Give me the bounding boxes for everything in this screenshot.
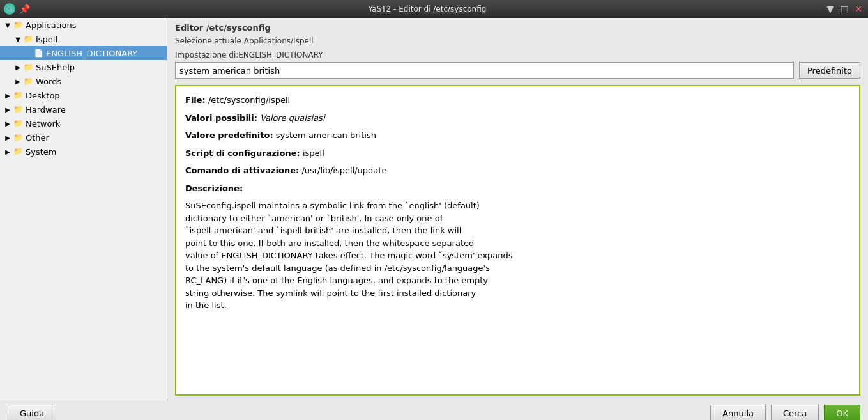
sidebar-item-desktop[interactable]: 📁 Desktop [0, 88, 167, 102]
value-row: Predefinito [175, 62, 860, 79]
arrow-english-dictionary [23, 48, 33, 58]
comando-label: Comando di attivazione: [185, 166, 299, 175]
arrow-network [3, 118, 13, 128]
titlebar-controls: ▼ □ ✕ [825, 3, 864, 15]
file-english-dictionary-icon: 📄 [33, 48, 43, 58]
sidebar-label-applications: Applications [26, 20, 76, 30]
sidebar-label-system: System [26, 147, 56, 157]
sidebar-label-susehelp: SuSEhelp [36, 63, 75, 72]
valori-row: Valori possibili: Valore qualsiasi [185, 112, 850, 125]
selection-label: Selezione attuale Applications/Ispell [175, 36, 860, 45]
descrizione-label: Descrizione: [185, 183, 243, 193]
valore-pred-label: Valore predefinito: [185, 130, 273, 140]
arrow-ispell [13, 34, 23, 44]
folder-desktop-icon: 📁 [13, 90, 23, 100]
comando-row: Comando di attivazione: /usr/lib/ispell/… [185, 164, 850, 177]
sidebar-label-hardware: Hardware [26, 105, 66, 114]
folder-hardware-icon: 📁 [13, 104, 23, 114]
folder-network-icon: 📁 [13, 118, 23, 128]
script-value: ispell [303, 148, 324, 158]
sidebar-item-system[interactable]: 📁 System [0, 144, 167, 159]
sidebar-item-english-dictionary[interactable]: 📄 ENGLISH_DICTIONARY [0, 46, 167, 60]
descrizione-row: Descrizione: [185, 182, 850, 195]
valore-pred-value: system american british [276, 130, 376, 140]
content-area: Editor /etc/sysconfig Selezione attuale … [167, 18, 868, 401]
guida-button[interactable]: Guida [8, 405, 56, 420]
sidebar-label-words: Words [36, 77, 61, 86]
folder-other-icon: 📁 [13, 132, 23, 143]
titlebar-title: YaST2 - Editor di /etc/sysconfig [30, 4, 825, 13]
folder-system-icon: 📁 [13, 146, 23, 157]
ok-button[interactable]: OK [824, 405, 860, 420]
folder-susehelp-icon: 📁 [23, 62, 33, 72]
script-label: Script di configurazione: [185, 148, 300, 158]
editor-header: Editor /etc/sysconfig [175, 23, 860, 33]
titlebar-left: 🔧 📌 [4, 3, 30, 15]
main-area: 📁 Applications 📁 Ispell 📄 ENGLISH_DICTIO… [0, 18, 868, 401]
valore-pred-row: Valore predefinito: system american brit… [185, 129, 850, 142]
valori-label: Valori possibili: [185, 113, 257, 123]
close-button[interactable]: ✕ [853, 3, 864, 15]
comando-value: /usr/lib/ispell/update [301, 166, 386, 175]
arrow-desktop [3, 90, 13, 100]
arrow-other [3, 132, 13, 143]
sidebar-item-applications[interactable]: 📁 Applications [0, 18, 167, 32]
info-box: File: /etc/sysconfig/ispell Valori possi… [175, 85, 860, 396]
sidebar-item-words[interactable]: 📁 Words [0, 74, 167, 88]
pin-icon[interactable]: 📌 [19, 4, 30, 14]
file-row: File: /etc/sysconfig/ispell [185, 94, 850, 107]
bottom-right: Annulla Cerca OK [710, 405, 860, 420]
arrow-system [3, 146, 13, 157]
titlebar: 🔧 📌 YaST2 - Editor di /etc/sysconfig ▼ □… [0, 0, 868, 18]
arrow-words [13, 76, 23, 86]
sidebar-label-english-dictionary: ENGLISH_DICTIONARY [46, 49, 137, 58]
app-icon: 🔧 [4, 3, 15, 15]
valori-value: Valore qualsiasi [260, 113, 324, 123]
minimize-button[interactable]: ▼ [825, 3, 836, 15]
folder-words-icon: 📁 [23, 76, 33, 86]
bottom-left: Guida [8, 405, 56, 420]
sidebar-label-network: Network [26, 119, 60, 128]
impostazione-label: Impostazione di:ENGLISH_DICTIONARY [175, 51, 860, 59]
sidebar: 📁 Applications 📁 Ispell 📄 ENGLISH_DICTIO… [0, 18, 167, 401]
file-value: /etc/sysconfig/ispell [208, 95, 290, 105]
annulla-button[interactable]: Annulla [710, 405, 766, 420]
sidebar-label-ispell: Ispell [36, 35, 57, 44]
sidebar-item-ispell[interactable]: 📁 Ispell [0, 32, 167, 46]
folder-ispell-icon: 📁 [23, 34, 33, 44]
value-input[interactable] [175, 62, 794, 79]
sidebar-item-network[interactable]: 📁 Network [0, 116, 167, 130]
predefinito-button[interactable]: Predefinito [799, 62, 860, 79]
sidebar-label-other: Other [26, 133, 49, 143]
script-row: Script di configurazione: ispell [185, 147, 850, 160]
arrow-hardware [3, 104, 13, 114]
descrizione-text: SuSEconfig.ispell maintains a symbolic l… [185, 199, 850, 312]
bottom-bar: Guida Annulla Cerca OK [0, 401, 868, 420]
maximize-button[interactable]: □ [839, 3, 850, 15]
file-label: File: [185, 95, 206, 105]
cerca-button[interactable]: Cerca [771, 405, 819, 420]
sidebar-item-other[interactable]: 📁 Other [0, 130, 167, 144]
arrow-applications [3, 20, 13, 30]
sidebar-item-susehelp[interactable]: 📁 SuSEhelp [0, 60, 167, 74]
arrow-susehelp [13, 62, 23, 72]
sidebar-label-desktop: Desktop [26, 91, 60, 100]
sidebar-item-hardware[interactable]: 📁 Hardware [0, 102, 167, 116]
folder-applications-icon: 📁 [13, 20, 23, 30]
